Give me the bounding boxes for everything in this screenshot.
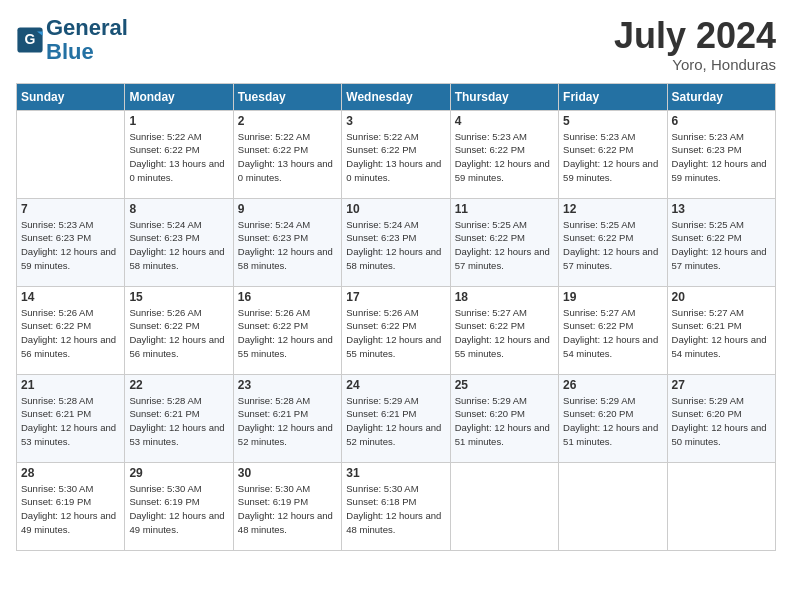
day-info: Sunrise: 5:29 AM Sunset: 6:21 PM Dayligh… bbox=[346, 394, 445, 449]
calendar-cell: 10Sunrise: 5:24 AM Sunset: 6:23 PM Dayli… bbox=[342, 198, 450, 286]
day-number: 19 bbox=[563, 290, 662, 304]
calendar-cell: 6Sunrise: 5:23 AM Sunset: 6:23 PM Daylig… bbox=[667, 110, 775, 198]
day-number: 15 bbox=[129, 290, 228, 304]
day-info: Sunrise: 5:29 AM Sunset: 6:20 PM Dayligh… bbox=[563, 394, 662, 449]
calendar-cell: 17Sunrise: 5:26 AM Sunset: 6:22 PM Dayli… bbox=[342, 286, 450, 374]
col-header-saturday: Saturday bbox=[667, 83, 775, 110]
day-info: Sunrise: 5:26 AM Sunset: 6:22 PM Dayligh… bbox=[346, 306, 445, 361]
logo-icon: G bbox=[16, 26, 44, 54]
col-header-sunday: Sunday bbox=[17, 83, 125, 110]
day-number: 31 bbox=[346, 466, 445, 480]
logo-text: General Blue bbox=[46, 16, 128, 64]
col-header-wednesday: Wednesday bbox=[342, 83, 450, 110]
calendar-cell: 20Sunrise: 5:27 AM Sunset: 6:21 PM Dayli… bbox=[667, 286, 775, 374]
title-block: July 2024 Yoro, Honduras bbox=[614, 16, 776, 73]
day-info: Sunrise: 5:24 AM Sunset: 6:23 PM Dayligh… bbox=[346, 218, 445, 273]
day-info: Sunrise: 5:27 AM Sunset: 6:21 PM Dayligh… bbox=[672, 306, 771, 361]
day-info: Sunrise: 5:27 AM Sunset: 6:22 PM Dayligh… bbox=[563, 306, 662, 361]
calendar-cell bbox=[17, 110, 125, 198]
day-info: Sunrise: 5:24 AM Sunset: 6:23 PM Dayligh… bbox=[238, 218, 337, 273]
day-number: 9 bbox=[238, 202, 337, 216]
location-subtitle: Yoro, Honduras bbox=[614, 56, 776, 73]
day-number: 3 bbox=[346, 114, 445, 128]
day-number: 1 bbox=[129, 114, 228, 128]
day-info: Sunrise: 5:26 AM Sunset: 6:22 PM Dayligh… bbox=[238, 306, 337, 361]
day-number: 24 bbox=[346, 378, 445, 392]
calendar-cell: 11Sunrise: 5:25 AM Sunset: 6:22 PM Dayli… bbox=[450, 198, 558, 286]
col-header-thursday: Thursday bbox=[450, 83, 558, 110]
day-info: Sunrise: 5:28 AM Sunset: 6:21 PM Dayligh… bbox=[238, 394, 337, 449]
calendar-cell: 16Sunrise: 5:26 AM Sunset: 6:22 PM Dayli… bbox=[233, 286, 341, 374]
day-number: 30 bbox=[238, 466, 337, 480]
day-number: 17 bbox=[346, 290, 445, 304]
day-info: Sunrise: 5:29 AM Sunset: 6:20 PM Dayligh… bbox=[455, 394, 554, 449]
calendar-cell: 5Sunrise: 5:23 AM Sunset: 6:22 PM Daylig… bbox=[559, 110, 667, 198]
page-header: G General Blue July 2024 Yoro, Honduras bbox=[16, 16, 776, 73]
day-number: 6 bbox=[672, 114, 771, 128]
day-info: Sunrise: 5:22 AM Sunset: 6:22 PM Dayligh… bbox=[129, 130, 228, 185]
day-info: Sunrise: 5:30 AM Sunset: 6:19 PM Dayligh… bbox=[238, 482, 337, 537]
day-number: 26 bbox=[563, 378, 662, 392]
calendar-week-row: 7Sunrise: 5:23 AM Sunset: 6:23 PM Daylig… bbox=[17, 198, 776, 286]
day-number: 22 bbox=[129, 378, 228, 392]
calendar-week-row: 28Sunrise: 5:30 AM Sunset: 6:19 PM Dayli… bbox=[17, 462, 776, 550]
month-year-title: July 2024 bbox=[614, 16, 776, 56]
day-info: Sunrise: 5:22 AM Sunset: 6:22 PM Dayligh… bbox=[238, 130, 337, 185]
day-info: Sunrise: 5:30 AM Sunset: 6:18 PM Dayligh… bbox=[346, 482, 445, 537]
day-number: 14 bbox=[21, 290, 120, 304]
day-info: Sunrise: 5:28 AM Sunset: 6:21 PM Dayligh… bbox=[129, 394, 228, 449]
day-number: 29 bbox=[129, 466, 228, 480]
day-number: 20 bbox=[672, 290, 771, 304]
day-number: 18 bbox=[455, 290, 554, 304]
calendar-cell: 29Sunrise: 5:30 AM Sunset: 6:19 PM Dayli… bbox=[125, 462, 233, 550]
day-number: 4 bbox=[455, 114, 554, 128]
day-info: Sunrise: 5:28 AM Sunset: 6:21 PM Dayligh… bbox=[21, 394, 120, 449]
day-number: 21 bbox=[21, 378, 120, 392]
calendar-cell: 15Sunrise: 5:26 AM Sunset: 6:22 PM Dayli… bbox=[125, 286, 233, 374]
day-number: 12 bbox=[563, 202, 662, 216]
calendar-cell: 21Sunrise: 5:28 AM Sunset: 6:21 PM Dayli… bbox=[17, 374, 125, 462]
day-number: 25 bbox=[455, 378, 554, 392]
day-info: Sunrise: 5:23 AM Sunset: 6:22 PM Dayligh… bbox=[455, 130, 554, 185]
day-number: 16 bbox=[238, 290, 337, 304]
calendar-cell: 14Sunrise: 5:26 AM Sunset: 6:22 PM Dayli… bbox=[17, 286, 125, 374]
calendar-cell: 9Sunrise: 5:24 AM Sunset: 6:23 PM Daylig… bbox=[233, 198, 341, 286]
day-info: Sunrise: 5:26 AM Sunset: 6:22 PM Dayligh… bbox=[129, 306, 228, 361]
calendar-week-row: 14Sunrise: 5:26 AM Sunset: 6:22 PM Dayli… bbox=[17, 286, 776, 374]
day-info: Sunrise: 5:25 AM Sunset: 6:22 PM Dayligh… bbox=[455, 218, 554, 273]
calendar-cell bbox=[559, 462, 667, 550]
calendar-cell: 18Sunrise: 5:27 AM Sunset: 6:22 PM Dayli… bbox=[450, 286, 558, 374]
calendar-cell: 8Sunrise: 5:24 AM Sunset: 6:23 PM Daylig… bbox=[125, 198, 233, 286]
calendar-cell: 12Sunrise: 5:25 AM Sunset: 6:22 PM Dayli… bbox=[559, 198, 667, 286]
calendar-cell: 1Sunrise: 5:22 AM Sunset: 6:22 PM Daylig… bbox=[125, 110, 233, 198]
calendar-table: SundayMondayTuesdayWednesdayThursdayFrid… bbox=[16, 83, 776, 551]
day-info: Sunrise: 5:29 AM Sunset: 6:20 PM Dayligh… bbox=[672, 394, 771, 449]
svg-text:G: G bbox=[25, 31, 36, 47]
day-info: Sunrise: 5:25 AM Sunset: 6:22 PM Dayligh… bbox=[563, 218, 662, 273]
day-info: Sunrise: 5:23 AM Sunset: 6:23 PM Dayligh… bbox=[672, 130, 771, 185]
day-info: Sunrise: 5:30 AM Sunset: 6:19 PM Dayligh… bbox=[21, 482, 120, 537]
calendar-header-row: SundayMondayTuesdayWednesdayThursdayFrid… bbox=[17, 83, 776, 110]
calendar-cell: 4Sunrise: 5:23 AM Sunset: 6:22 PM Daylig… bbox=[450, 110, 558, 198]
calendar-cell: 30Sunrise: 5:30 AM Sunset: 6:19 PM Dayli… bbox=[233, 462, 341, 550]
day-number: 5 bbox=[563, 114, 662, 128]
day-number: 8 bbox=[129, 202, 228, 216]
col-header-friday: Friday bbox=[559, 83, 667, 110]
calendar-week-row: 1Sunrise: 5:22 AM Sunset: 6:22 PM Daylig… bbox=[17, 110, 776, 198]
day-number: 23 bbox=[238, 378, 337, 392]
calendar-cell: 7Sunrise: 5:23 AM Sunset: 6:23 PM Daylig… bbox=[17, 198, 125, 286]
calendar-cell: 2Sunrise: 5:22 AM Sunset: 6:22 PM Daylig… bbox=[233, 110, 341, 198]
calendar-cell bbox=[450, 462, 558, 550]
day-info: Sunrise: 5:22 AM Sunset: 6:22 PM Dayligh… bbox=[346, 130, 445, 185]
day-info: Sunrise: 5:23 AM Sunset: 6:23 PM Dayligh… bbox=[21, 218, 120, 273]
calendar-cell: 24Sunrise: 5:29 AM Sunset: 6:21 PM Dayli… bbox=[342, 374, 450, 462]
day-info: Sunrise: 5:24 AM Sunset: 6:23 PM Dayligh… bbox=[129, 218, 228, 273]
day-number: 2 bbox=[238, 114, 337, 128]
day-number: 13 bbox=[672, 202, 771, 216]
calendar-cell: 23Sunrise: 5:28 AM Sunset: 6:21 PM Dayli… bbox=[233, 374, 341, 462]
day-info: Sunrise: 5:27 AM Sunset: 6:22 PM Dayligh… bbox=[455, 306, 554, 361]
calendar-cell: 3Sunrise: 5:22 AM Sunset: 6:22 PM Daylig… bbox=[342, 110, 450, 198]
logo-line2: Blue bbox=[46, 39, 94, 64]
day-number: 7 bbox=[21, 202, 120, 216]
calendar-cell bbox=[667, 462, 775, 550]
